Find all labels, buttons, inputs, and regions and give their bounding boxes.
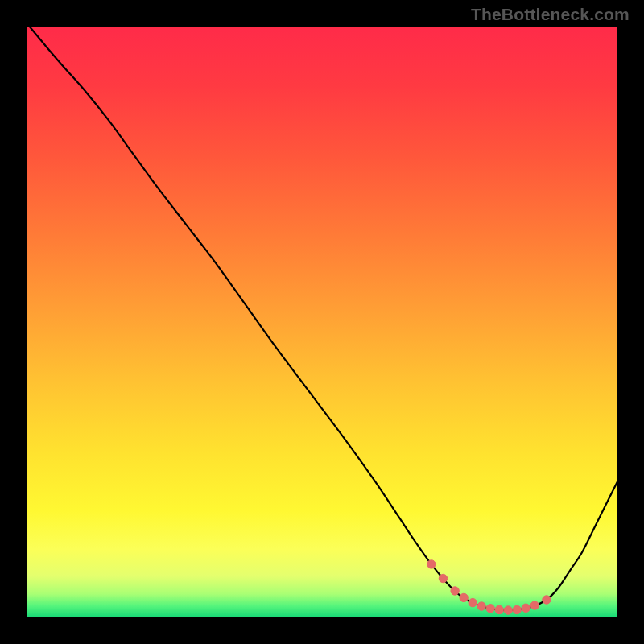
watermark-text: TheBottleneck.com xyxy=(471,5,630,24)
minimum-marker xyxy=(460,593,468,601)
minimum-marker xyxy=(513,605,521,613)
chart-frame: TheBottleneck.com xyxy=(0,0,644,644)
minimum-marker xyxy=(477,602,485,610)
minimum-marker xyxy=(504,606,512,614)
curve-layer xyxy=(27,27,617,617)
minimum-marker xyxy=(530,601,539,609)
minimum-marker xyxy=(486,605,494,613)
minimum-marker xyxy=(469,598,477,606)
bottleneck-curve xyxy=(30,27,617,610)
flat-minimum-markers xyxy=(427,560,551,614)
minimum-marker xyxy=(495,605,503,613)
minimum-marker xyxy=(439,574,447,582)
minimum-marker xyxy=(427,560,436,568)
plot-area xyxy=(27,27,617,617)
minimum-marker xyxy=(543,596,551,604)
minimum-marker xyxy=(451,587,459,595)
minimum-marker xyxy=(522,604,530,612)
